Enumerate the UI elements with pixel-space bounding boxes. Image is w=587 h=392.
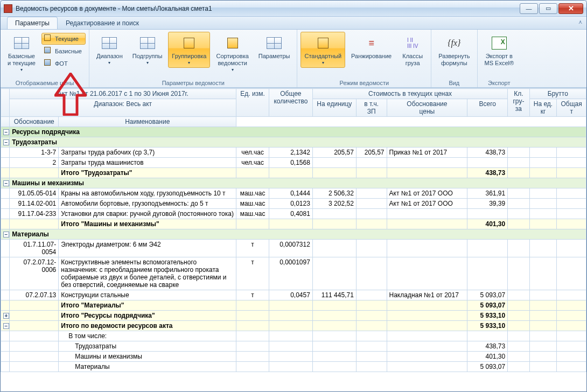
ribbon-collapse-icon[interactable]: ⋏	[578, 19, 582, 25]
hdr-cost: Стоимость в текущих ценах	[312, 89, 507, 99]
collapse-icon[interactable]: −	[3, 323, 9, 329]
range-icon	[102, 37, 117, 49]
btn-options[interactable]: Параметры	[255, 32, 294, 62]
btn-base-and-current[interactable]: Базисные и текущие ▾	[4, 32, 39, 75]
btn-export-excel[interactable]: Экспорт в MS Excel®	[481, 32, 518, 69]
hdr-obosn: Обоснование	[10, 117, 59, 127]
chevron-down-icon: ▾	[20, 67, 23, 72]
grid-icon	[14, 37, 29, 49]
btn-current-prices[interactable]: Текущие	[41, 33, 86, 45]
table-row[interactable]: 1-3-7Затраты труда рабочих (ср 3,7)чел.ч…	[1, 148, 586, 158]
ribbon-group-prices: Базисные и текущие ▾ Текущие Базисные ФО…	[1, 30, 89, 87]
hdr-zp: в т.ч. ЗП	[356, 99, 387, 117]
hdr-brt: Общая т	[557, 99, 586, 117]
group-icon	[184, 38, 194, 48]
square-icon	[44, 47, 51, 53]
minimize-button[interactable]: —	[520, 3, 538, 14]
ribbon-group-mode: Стандартный▾ ≡Ранжирование I IIIII IVКла…	[297, 30, 431, 87]
collapse-icon[interactable]: −	[3, 180, 9, 186]
table-row: Материалы5 093,07	[1, 362, 586, 372]
square-icon	[44, 34, 51, 41]
collapse-icon[interactable]: −	[3, 129, 9, 135]
table-row[interactable]: 07.2.07.12-0006Конструктивные элементы в…	[1, 257, 586, 290]
btn-base-prices[interactable]: Базисные	[41, 45, 86, 57]
group-label-view: Вид	[435, 79, 473, 86]
ribbon-group-view: {fx}Развернуть формулы Вид	[431, 30, 477, 87]
table-row[interactable]: 01.7.11.07-0054Электроды диаметром: 6 мм…	[1, 240, 586, 257]
hdr-unit: На единицу	[312, 99, 356, 117]
hdr-brutto: Брутто	[529, 89, 586, 99]
hdr-bre: На ед. кг	[529, 99, 557, 117]
ribbon-group-export: Экспорт в MS Excel® Экспорт	[478, 30, 521, 87]
titlebar: Ведомость ресурсов в документе - Мои сме…	[1, 1, 586, 17]
btn-subgroups[interactable]: Подгруппы▾	[129, 32, 166, 68]
group-label-prices: Отображаемые цены	[4, 79, 86, 86]
standard-icon	[318, 38, 329, 48]
hdr-ed: Ед. изм.	[236, 89, 269, 117]
btn-sort[interactable]: Сортировка ведомости▾	[212, 32, 252, 75]
grand-total-row: −Итого по ведомости ресурсов акта5 933,1…	[1, 321, 586, 331]
table-row[interactable]: 91.17.04-233Установки для сварки: ручной…	[1, 209, 586, 219]
group-row[interactable]: −Машины и механизмы	[1, 178, 586, 188]
table-row: Трудозатраты438,73	[1, 341, 586, 352]
chevron-down-icon: ▾	[146, 60, 149, 65]
hdr-naim: Наименование	[59, 117, 236, 127]
chevron-down-icon: ▾	[108, 60, 110, 65]
btn-fot[interactable]: ФОТ	[41, 58, 86, 69]
ribbon-tabs: Параметры Редактирование и поиск ⋏	[1, 17, 586, 30]
ranking-icon: ≡	[368, 38, 374, 49]
tab-edit-search[interactable]: Редактирование и поиск	[58, 17, 147, 29]
maximize-button[interactable]: ▭	[539, 3, 557, 14]
options-icon	[267, 37, 282, 49]
table-row: Машины и механизмы401,30	[1, 352, 586, 362]
hdr-info1: Акт №1 от 21.06.2017 с 1 по 30 Июня 2017…	[10, 89, 236, 99]
hdr-info2: Диапазон: Весь акт	[10, 99, 236, 117]
table-row[interactable]: 07.2.07.13Конструкции стальныет0,0457111…	[1, 290, 586, 300]
hdr-class: Кл. гру- за	[508, 89, 529, 117]
subtotal-row: Итого "Материалы"5 093,07	[1, 300, 586, 311]
excel-icon	[492, 37, 507, 50]
btn-range[interactable]: Диапазон▾	[93, 32, 127, 68]
group-label-export: Экспорт	[481, 79, 518, 86]
subtotal-row: +Итого "Ресурсы подрядчика"5 933,10	[1, 311, 586, 321]
group-row[interactable]: −Материалы	[1, 229, 586, 240]
subtotal-row: Итого "Машины и механизмы"401,30	[1, 219, 586, 229]
btn-ranking[interactable]: ≡Ранжирование	[347, 32, 395, 62]
table-row[interactable]: 91.14.02-001Автомобили бортовые, грузопо…	[1, 199, 586, 209]
tab-parameters[interactable]: Параметры	[7, 17, 58, 29]
chevron-down-icon: ▾	[322, 60, 324, 65]
sort-icon	[227, 38, 238, 48]
table-row[interactable]: 2Затраты труда машинистовчел.час0,1568	[1, 158, 586, 168]
group-label-params: Параметры ведомости	[93, 79, 293, 86]
subtotal-row: Итого "Трудозатраты"438,73	[1, 168, 586, 178]
square-icon	[44, 59, 51, 66]
ribbon: Базисные и текущие ▾ Текущие Базисные ФО…	[1, 30, 586, 88]
hdr-pricebasis: Обоснование цены	[387, 99, 467, 117]
hdr-total: Всего	[467, 99, 508, 117]
table-row: В том числе:	[1, 331, 586, 341]
btn-standard[interactable]: Стандартный▾	[301, 32, 345, 68]
expand-icon[interactable]: +	[3, 313, 9, 319]
collapse-icon[interactable]: −	[3, 139, 9, 145]
grid-container[interactable]: Акт №1 от 21.06.2017 с 1 по 30 Июня 2017…	[1, 88, 586, 391]
group-label-mode: Режим ведомости	[301, 79, 428, 86]
resources-table: Акт №1 от 21.06.2017 с 1 по 30 Июня 2017…	[1, 88, 586, 372]
group-row[interactable]: −Трудозатраты	[1, 137, 586, 148]
collapse-icon[interactable]: −	[3, 232, 9, 237]
group-row[interactable]: −Ресурсы подрядчика	[1, 127, 586, 137]
chevron-down-icon: ▾	[188, 60, 190, 65]
btn-grouping[interactable]: Группировка▾	[168, 32, 210, 68]
hdr-qty: Общее количество	[269, 89, 312, 117]
btn-cargo-classes[interactable]: I IIIII IVКлассы груза	[397, 32, 428, 69]
app-window: Ведомость ресурсов в документе - Мои сме…	[0, 0, 587, 392]
ribbon-group-params: Диапазон▾ Подгруппы▾ Группировка▾ Сортир…	[89, 30, 297, 87]
fx-icon: {fx}	[448, 38, 460, 48]
close-button[interactable]: ✕	[558, 3, 583, 14]
table-row[interactable]: 91.05.05-014Краны на автомобильном ходу,…	[1, 188, 586, 199]
classes-icon: I IIIII IV	[407, 37, 418, 49]
window-title: Ведомость ресурсов в документе - Мои сме…	[16, 5, 520, 12]
app-icon	[4, 4, 12, 13]
subgroups-icon	[140, 37, 155, 49]
chevron-down-icon: ▾	[232, 67, 234, 72]
btn-expand-formulas[interactable]: {fx}Развернуть формулы	[435, 32, 473, 69]
